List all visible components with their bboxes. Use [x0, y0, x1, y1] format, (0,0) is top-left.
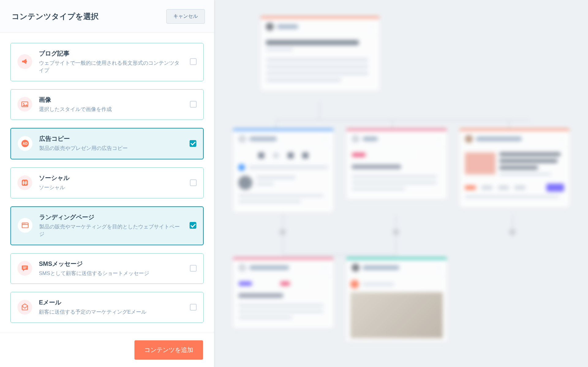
content-type-option-ad[interactable]: 広告コピー製品の販売やプレゼン用の広告コピー [10, 128, 204, 159]
megaphone-icon [17, 54, 32, 69]
content-type-panel: コンテンツタイプを選択 キャンセル ブログ記事ウェブサイトで一般的に使用される長… [0, 0, 214, 367]
option-title: SMSメッセージ [39, 260, 183, 268]
panel-footer: コンテンツを追加 [0, 333, 214, 367]
option-checkbox[interactable] [190, 101, 197, 108]
ad-icon [18, 136, 32, 151]
image-icon [17, 97, 32, 112]
option-checkbox[interactable] [190, 222, 196, 229]
add-content-button[interactable]: コンテンツを追加 [134, 340, 203, 360]
option-description: SMSとして顧客に送信するショートメッセージ [39, 270, 183, 277]
envelope-icon [17, 300, 32, 315]
content-type-option-landing[interactable]: ランディングページ製品の販売やマーケティングを目的としたウェブサイトページ [10, 206, 204, 245]
option-title: 画像 [39, 96, 183, 104]
option-description: 顧客に送信する予定のマーケティングEメール [39, 308, 183, 316]
workflow-canvas: ··· ··· [214, 0, 588, 367]
option-checkbox[interactable] [190, 140, 196, 147]
option-texts: ランディングページ製品の販売やマーケティングを目的としたウェブサイトページ [39, 213, 183, 238]
option-texts: Eメール顧客に送信する予定のマーケティングEメール [39, 298, 183, 316]
option-description: 製品の販売やプレゼン用の広告コピー [39, 145, 183, 152]
option-description: ソーシャル [39, 184, 183, 191]
content-type-option-sms[interactable]: SMSメッセージSMSとして顧客に送信するショートメッセージ [10, 253, 204, 284]
option-description: ウェブサイトで一般的に使用される長文形式のコンテンツタイプ [39, 59, 183, 74]
chat-icon [17, 261, 32, 276]
content-type-option-social[interactable]: ソーシャルソーシャル [10, 167, 204, 198]
option-description: 製品の販売やマーケティングを目的としたウェブサイトページ [39, 223, 183, 238]
option-texts: ブログ記事ウェブサイトで一般的に使用される長文形式のコンテンツタイプ [39, 49, 183, 74]
option-title: ソーシャル [39, 174, 183, 182]
option-checkbox[interactable] [190, 265, 197, 272]
option-title: ランディングページ [39, 213, 183, 221]
window-icon [18, 218, 32, 233]
option-title: Eメール [39, 298, 183, 307]
cancel-button[interactable]: キャンセル [166, 9, 205, 24]
content-type-option-blog[interactable]: ブログ記事ウェブサイトで一般的に使用される長文形式のコンテンツタイプ [10, 43, 204, 81]
panel-title: コンテンツタイプを選択 [12, 11, 99, 21]
option-texts: 広告コピー製品の販売やプレゼン用の広告コピー [39, 135, 183, 152]
option-checkbox[interactable] [190, 304, 197, 311]
content-type-list: ブログ記事ウェブサイトで一般的に使用される長文形式のコンテンツタイプ画像選択した… [0, 32, 214, 333]
option-checkbox[interactable] [190, 58, 197, 65]
content-type-option-image[interactable]: 画像選択したスタイルで画像を作成 [10, 89, 204, 120]
hash-icon [17, 175, 32, 190]
option-texts: ソーシャルソーシャル [39, 174, 183, 191]
option-title: ブログ記事 [39, 49, 183, 58]
content-type-option-email[interactable]: Eメール顧客に送信する予定のマーケティングEメール [10, 292, 204, 323]
panel-header: コンテンツタイプを選択 キャンセル [0, 0, 214, 32]
option-description: 選択したスタイルで画像を作成 [39, 106, 183, 113]
option-title: 広告コピー [39, 135, 183, 143]
option-checkbox[interactable] [190, 179, 197, 186]
option-texts: SMSメッセージSMSとして顧客に送信するショートメッセージ [39, 260, 183, 277]
option-texts: 画像選択したスタイルで画像を作成 [39, 96, 183, 113]
